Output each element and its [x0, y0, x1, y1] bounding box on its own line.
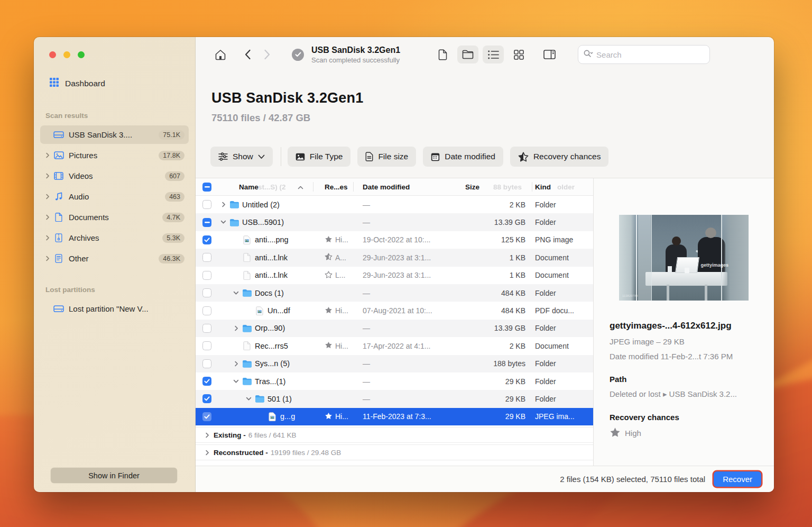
- date-modified-filter-button[interactable]: Date modified: [423, 147, 503, 167]
- table-row[interactable]: g...gHi...11-Feb-2023 at 7:3...29 KBJPEG…: [196, 408, 593, 425]
- sidebar-item-archives[interactable]: Archives5.3K: [40, 229, 189, 247]
- search-field[interactable]: [578, 45, 710, 64]
- list-view-button[interactable]: [483, 46, 504, 63]
- details-path-value: Deleted or lost ▸ USB SanDisk 3.2...: [610, 389, 759, 399]
- file-type-filter-button[interactable]: File Type: [288, 147, 351, 167]
- table-row[interactable]: Untitled (2)—2 KBFolder: [196, 196, 593, 213]
- row-checkbox[interactable]: [202, 235, 211, 244]
- recovery-chances-filter-button[interactable]: Recovery chances: [510, 147, 609, 167]
- chevron-right-icon[interactable]: [43, 194, 52, 199]
- chevron-right-icon[interactable]: [43, 235, 52, 241]
- show-filter-button[interactable]: Show: [210, 147, 273, 167]
- row-checkbox[interactable]: [202, 377, 211, 386]
- chevron-right-icon[interactable]: [43, 256, 52, 261]
- file-preview-thumbnail[interactable]: gettyimages 113829784: [619, 215, 749, 301]
- column-header-recovery[interactable]: Re...es: [325, 183, 363, 191]
- date-modified: —: [363, 289, 461, 297]
- details-panel-toggle-button[interactable]: [539, 46, 560, 63]
- show-in-finder-button[interactable]: Show in Finder: [51, 468, 177, 483]
- row-checkbox[interactable]: [202, 324, 211, 333]
- date-modified: 29-Jun-2023 at 3:1...: [363, 253, 461, 262]
- table-row[interactable]: anti...t.lnkA...29-Jun-2023 at 3:1...1 K…: [196, 249, 593, 266]
- table-row[interactable]: anti....pngHi...19-Oct-2022 at 10:...125…: [196, 231, 593, 249]
- ghost-row-size: 88 bytes: [493, 183, 522, 191]
- sidebar-item-other[interactable]: Other46.3K: [40, 249, 189, 268]
- file-view-button[interactable]: [432, 46, 453, 63]
- sidebar-item-audio[interactable]: Audio463: [40, 187, 189, 206]
- table-row[interactable]: Orp...90)—13.39 GBFolder: [196, 320, 593, 337]
- row-checkbox[interactable]: [202, 253, 211, 262]
- forward-button[interactable]: [264, 49, 271, 60]
- tree-section-existing[interactable]: Existing -6 files / 641 KB: [196, 427, 593, 443]
- row-checkbox[interactable]: [202, 271, 211, 280]
- file-name: g...g: [280, 412, 295, 421]
- chevron-right-icon[interactable]: [202, 432, 211, 438]
- sidebar-item-pictures[interactable]: Pictures17.8K: [40, 146, 189, 165]
- column-header-date[interactable]: Date modified: [363, 183, 461, 191]
- folder-icon: [228, 219, 241, 226]
- select-all-checkbox[interactable]: [202, 183, 211, 192]
- file-size: 188 bytes: [461, 359, 533, 368]
- chevron-right-icon[interactable]: [43, 173, 52, 179]
- row-checkbox[interactable]: [202, 200, 211, 209]
- table-row[interactable]: Sys...n (5)—188 bytesFolder: [196, 355, 593, 372]
- minimize-window-button[interactable]: [63, 51, 70, 58]
- row-checkbox[interactable]: [202, 412, 211, 421]
- sidebar-item-usb-sandisk-3[interactable]: USB SanDisk 3....75.1K: [40, 125, 189, 144]
- chevron-right-icon[interactable]: [43, 214, 52, 220]
- document-icon: [365, 152, 373, 161]
- table-row[interactable]: Rec...rrs5Hi...17-Apr-2022 at 4:1...2 KB…: [196, 337, 593, 355]
- search-input[interactable]: [596, 50, 686, 59]
- table-sections: Existing -6 files / 641 KBReconstructed …: [196, 427, 593, 460]
- row-checkbox[interactable]: [202, 288, 211, 297]
- row-checkbox[interactable]: [202, 359, 211, 368]
- table-row[interactable]: Tras...(1)—29 KBFolder: [196, 372, 593, 390]
- row-checkbox[interactable]: [202, 394, 211, 403]
- recover-button[interactable]: Recover: [714, 471, 761, 487]
- file-size: 484 KB: [461, 306, 533, 315]
- table-row[interactable]: Un...dfHi...07-Aug-2021 at 10:...484 KBP…: [196, 302, 593, 319]
- column-header-name[interactable]: Name: [239, 183, 259, 191]
- toolbar-device-title: USB SanDisk 3.2Gen1: [311, 46, 400, 55]
- chevron-right-icon[interactable]: [43, 152, 52, 158]
- toolbar: USB SanDisk 3.2Gen1 Scan completed succe…: [196, 37, 774, 72]
- close-window-button[interactable]: [49, 51, 56, 58]
- table-header[interactable]: Name Re...es Date modified Size Kind st.…: [196, 178, 593, 196]
- tree-section-reconstructed[interactable]: Reconstructed -19199 files / 29.48 GB: [196, 444, 593, 460]
- table-row[interactable]: Docs (1)—484 KBFolder: [196, 284, 593, 302]
- home-button[interactable]: [215, 49, 226, 60]
- grid-view-button[interactable]: [508, 46, 529, 63]
- table-row[interactable]: anti...t.lnkL...29-Jun-2023 at 3:1...1 K…: [196, 267, 593, 284]
- file-size-filter-button[interactable]: File size: [357, 147, 416, 167]
- expander-right-icon[interactable]: [219, 202, 228, 207]
- file-size: 484 KB: [461, 289, 533, 297]
- table-row[interactable]: 501 (1)—29 KBFolder: [196, 390, 593, 407]
- zoom-window-button[interactable]: [78, 51, 85, 58]
- row-checkbox[interactable]: [202, 218, 211, 227]
- row-checkbox[interactable]: [202, 306, 211, 315]
- file-name: Docs (1): [255, 289, 284, 297]
- sidebar-item-documents[interactable]: Documents4.7K: [40, 208, 189, 226]
- date-modified: —: [363, 218, 461, 226]
- ghost-row-name: st...S) (2: [258, 183, 286, 191]
- chevron-right-icon[interactable]: [202, 450, 211, 456]
- details-date-modified: Date modified 11-Feb-2...t 7:36 PM: [610, 352, 759, 361]
- table-row[interactable]: USB...5901)—13.39 GBFolder: [196, 213, 593, 231]
- folder-view-button[interactable]: [457, 46, 478, 63]
- expander-right-icon[interactable]: [232, 325, 241, 331]
- expander-down-icon[interactable]: [244, 396, 253, 402]
- folder-icon: [253, 395, 266, 403]
- expander-right-icon[interactable]: [232, 361, 241, 367]
- expander-down-icon[interactable]: [232, 290, 241, 296]
- sidebar-item-dashboard[interactable]: Dashboard: [50, 78, 105, 89]
- expander-down-icon[interactable]: [232, 379, 241, 384]
- sidebar-item-lost-partition-new-v[interactable]: Lost partition "New V...: [40, 299, 189, 318]
- recovery-text: A...: [335, 253, 346, 262]
- expander-down-icon[interactable]: [219, 220, 228, 225]
- sidebar-item-videos[interactable]: Videos607: [40, 167, 189, 185]
- row-checkbox[interactable]: [202, 341, 211, 350]
- count-badge: 463: [165, 192, 184, 202]
- back-button[interactable]: [244, 49, 251, 60]
- audio-icon: [52, 192, 66, 201]
- sliders-icon: [218, 152, 228, 161]
